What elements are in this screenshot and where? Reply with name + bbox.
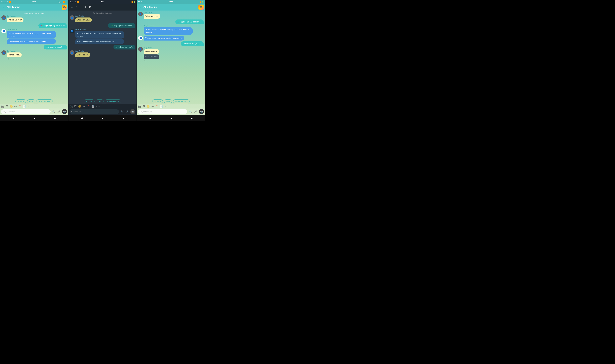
mic-mid[interactable]: 🎤: [125, 110, 129, 114]
nav-back-mid[interactable]: ◀: [81, 117, 83, 120]
tick: ✓✓: [63, 25, 65, 26]
back-button-right[interactable]: ←: [138, 5, 142, 9]
smart-replies-left: At home Here Where are you?: [0, 99, 68, 104]
more-icon-mid[interactable]: ⚬⚬: [96, 105, 100, 108]
smart-reply-where-right[interactable]: Where are you?: [173, 99, 190, 103]
text-input-mid[interactable]: [70, 109, 119, 114]
forward-btn[interactable]: →: [79, 5, 82, 9]
watermark: phoneArena: [198, 113, 205, 114]
gif-icon-right[interactable]: GIF: [151, 105, 154, 107]
smart-reply-where-mid[interactable]: Where are you?: [105, 99, 121, 103]
file-icon-right[interactable]: 📄: [160, 105, 163, 108]
heart-icon-right[interactable]: ♡: [144, 60, 159, 62]
nav-recent-left[interactable]: ■: [54, 117, 56, 120]
emoji-icon-mid[interactable]: 😊: [78, 105, 81, 108]
input-toolbar-right: 📷 🖼 😊 GIF 📍 📄 ⚬⚬: [137, 104, 205, 108]
heart-icon-left[interactable]: ♡: [7, 58, 22, 60]
bubble-google-1: To turn off device location sharing, go …: [7, 31, 56, 39]
msg-row-right-google2: 🔵 Then change your app's location permis…: [138, 36, 204, 40]
status-time-left: 3:20: [32, 1, 36, 3]
bubble-dark-cody2: Donde estas?: [75, 52, 90, 57]
bubble-google-2: Then change your app's location permissi…: [7, 39, 56, 44]
location-icon-mid[interactable]: 📍: [87, 105, 90, 108]
back-button-left[interactable]: ←: [1, 5, 5, 9]
file-icon-left[interactable]: 📄: [23, 105, 26, 108]
nav-home-right[interactable]: ●: [170, 117, 172, 120]
smart-reply-home-left[interactable]: At home: [15, 99, 26, 103]
share-btn[interactable]: ⤴: [75, 5, 77, 9]
bubble-wrap-mid-google: Google Assistant To turn off device loca…: [75, 29, 124, 44]
bubble-wrap-sent2: And where are you?✓✓: [44, 45, 67, 50]
nav-recent-mid[interactable]: ■: [123, 117, 124, 120]
status-icons-right-right: 📶 🔋: [200, 1, 204, 3]
mic-right[interactable]: 🎤: [194, 110, 198, 114]
delete-btn[interactable]: 🗑: [88, 5, 92, 9]
camera-btn-mid[interactable]: 📷: [130, 109, 135, 114]
topbar-mid: ⇄ ⤴ → ⧉ 🗑: [68, 4, 137, 11]
camera-btn-left[interactable]: 📷: [62, 109, 67, 114]
bubble-wrap-mid-sent2: And where are you?✓: [113, 45, 135, 50]
smart-reply-where-left[interactable]: Where are you?: [36, 99, 53, 103]
bubble-right-translation: Where are you?: [144, 54, 159, 59]
smart-reply-home-mid[interactable]: At home: [84, 99, 95, 103]
avatar-cody2-left: 👤: [1, 50, 6, 55]
bubble-sent-google: @google My location✓✓: [39, 23, 67, 28]
msg-row-cody2: 👤 Cody Toombs Donde estas? ♡: [1, 50, 67, 60]
google-tag-right: @google: [181, 21, 189, 23]
smart-reply-home-right[interactable]: At home: [152, 99, 163, 103]
msg-row-google: 🔵 Google Assistant To turn off device lo…: [1, 29, 67, 44]
gif-icon-left[interactable]: GIF: [14, 105, 17, 107]
more-icon-right[interactable]: ⚬⚬: [164, 105, 169, 108]
bubble-wrap-right-1: Cody Toombs Where are you?: [144, 12, 160, 19]
image-icon-left[interactable]: 🖼: [6, 105, 8, 108]
camera-icon-mid[interactable]: 📷: [70, 105, 73, 108]
location-icon-right[interactable]: 📍: [155, 105, 158, 108]
mic-left[interactable]: 🎤: [57, 110, 61, 114]
emoji-search-left[interactable]: 🔍: [52, 110, 56, 114]
bubble-wrap-sent: @google My location✓✓: [39, 23, 67, 28]
bubble-dark-yellow: Where are you?: [75, 17, 92, 22]
status-bar-right: Bluetooth; 3:20 📶 🔋: [137, 0, 205, 4]
emoji-search-mid[interactable]: 🔍: [120, 110, 124, 114]
emoji-icon-right[interactable]: 😊: [147, 105, 150, 108]
topbar-right: ← Allo Testing 🎮: [137, 4, 205, 11]
system-msg-mid: You changed the chat theme: [70, 12, 135, 14]
camera-icon-right[interactable]: 📷: [138, 105, 141, 108]
nav-back-right[interactable]: ◀: [149, 117, 151, 120]
nav-back-left[interactable]: ◀: [12, 117, 14, 120]
camera-icon-left[interactable]: 📷: [1, 105, 4, 108]
bubble-wrap-right-cody2: Cody Toombs Donde estas? Where are you? …: [144, 47, 159, 62]
heart-icon-mid[interactable]: ♡: [76, 58, 90, 60]
image-icon-right[interactable]: 🖼: [142, 105, 145, 108]
nav-home-left[interactable]: ●: [33, 117, 35, 120]
smart-reply-here-left[interactable]: Here: [27, 99, 35, 103]
avatar-cody2-mid: 👤: [70, 50, 74, 55]
nav-home-mid[interactable]: ●: [102, 117, 104, 120]
google-dots: [40, 26, 43, 26]
location-icon-left[interactable]: 📍: [18, 105, 21, 108]
status-icons-right-left: ⎘ ◼ ▲ 📶 🔋: [59, 1, 67, 3]
bubble-right-blue-2: Then change your app's location permissi…: [144, 36, 184, 40]
app-icon-left: 🎮: [62, 5, 67, 10]
text-input-left[interactable]: [1, 109, 51, 114]
sender-google: Google Assistant: [7, 29, 56, 30]
smart-reply-here-mid[interactable]: Here: [96, 99, 104, 103]
tick2: ✓✓: [63, 47, 65, 48]
emoji-icon-left[interactable]: 😊: [10, 105, 13, 108]
bubble-right-sent2: And where are you?✓✓: [181, 41, 204, 46]
nav-recent-right[interactable]: ■: [191, 117, 193, 120]
status-bar-left: Bluetooth; 📶 ▴ ▴ 3:20 ⎘ ◼ ▲ 📶 🔋: [0, 0, 68, 4]
google-dots-mid: [110, 26, 113, 26]
tick-right2: ✓✓: [200, 43, 202, 45]
smart-reply-here-right[interactable]: Here: [164, 99, 172, 103]
avatar-google-left: 🔵: [1, 29, 6, 33]
emoji-search-right[interactable]: 🔍: [189, 110, 192, 114]
more-icon-left[interactable]: ⚬⚬: [27, 105, 32, 108]
image-icon-mid[interactable]: 🖼: [74, 105, 77, 108]
gif-icon-mid[interactable]: GIF: [83, 105, 85, 107]
copy-btn[interactable]: ⧉: [84, 5, 87, 9]
file-icon-mid[interactable]: 📄: [91, 105, 94, 108]
translate-btn[interactable]: ⇄: [70, 5, 73, 9]
tick-mid1: ✓: [132, 25, 133, 26]
text-input-right[interactable]: [138, 109, 187, 114]
